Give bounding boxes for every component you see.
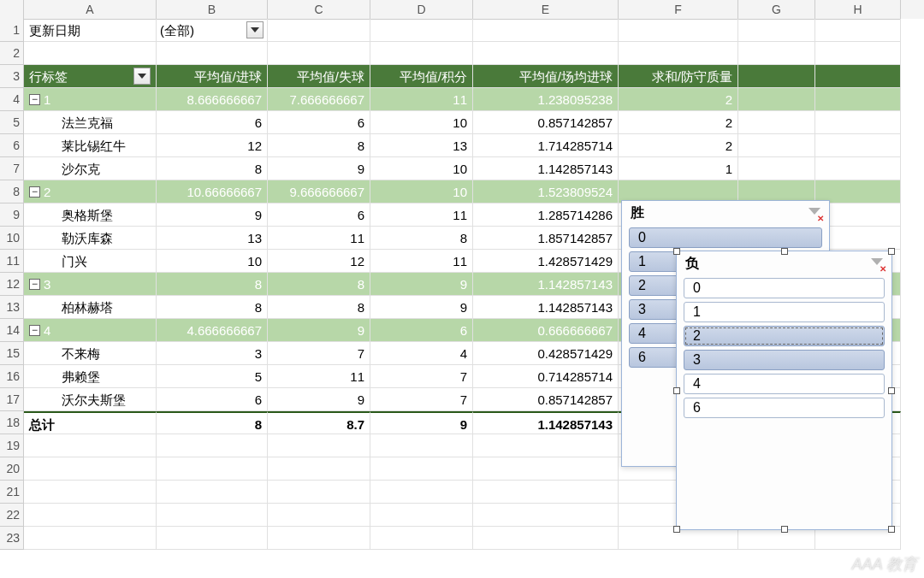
cell[interactable] bbox=[473, 481, 619, 504]
value-cell[interactable]: 1.142857143 bbox=[473, 296, 619, 319]
cell[interactable] bbox=[738, 19, 815, 42]
row-header[interactable]: 2 bbox=[0, 42, 24, 65]
value-cell[interactable]: 4 bbox=[370, 342, 473, 365]
cell[interactable] bbox=[268, 504, 370, 527]
slicer-item[interactable]: 6 bbox=[684, 398, 885, 418]
collapse-toggle[interactable]: − bbox=[29, 325, 40, 336]
value-cell[interactable]: 1.523809524 bbox=[473, 180, 619, 203]
slicer-item[interactable]: 2 bbox=[684, 326, 885, 346]
row-header[interactable]: 19 bbox=[0, 434, 24, 457]
row-header[interactable]: 10 bbox=[0, 227, 24, 250]
value-cell[interactable]: 10 bbox=[370, 111, 473, 134]
cell[interactable] bbox=[157, 504, 268, 527]
col-B[interactable]: B bbox=[157, 0, 268, 20]
filter-value-cell[interactable]: (全部) bbox=[157, 19, 268, 42]
row-label[interactable]: 奥格斯堡 bbox=[24, 203, 157, 227]
row-labels-header[interactable]: 行标签 bbox=[24, 65, 157, 88]
value-cell[interactable]: 9 bbox=[268, 157, 370, 180]
row-header[interactable]: 6 bbox=[0, 134, 24, 157]
cell[interactable] bbox=[268, 42, 370, 65]
row-header[interactable]: 7 bbox=[0, 157, 24, 180]
row-label[interactable]: 柏林赫塔 bbox=[24, 296, 157, 319]
value-cell[interactable]: 9 bbox=[268, 388, 370, 411]
cell[interactable] bbox=[619, 19, 738, 42]
value-cell[interactable]: 8 bbox=[268, 273, 370, 296]
cell[interactable] bbox=[268, 434, 370, 457]
grand-total-value[interactable]: 1.142857143 bbox=[473, 411, 619, 434]
value-cell[interactable]: 10 bbox=[157, 250, 268, 273]
collapse-toggle[interactable]: − bbox=[29, 279, 40, 290]
slicer-item[interactable]: 0 bbox=[684, 278, 885, 298]
value-cell[interactable]: 5 bbox=[157, 365, 268, 388]
cell[interactable] bbox=[370, 42, 473, 65]
row-labels-dropdown-button[interactable] bbox=[133, 68, 151, 85]
row-label[interactable]: 莱比锡红牛 bbox=[24, 134, 157, 157]
value-cell[interactable]: 7 bbox=[370, 365, 473, 388]
value-cell[interactable]: 1.142857143 bbox=[473, 273, 619, 296]
value-cell[interactable]: 8 bbox=[157, 273, 268, 296]
col-E[interactable]: E bbox=[473, 0, 619, 20]
row-label[interactable]: 门兴 bbox=[24, 250, 157, 273]
cell[interactable] bbox=[738, 65, 815, 88]
grand-total-value[interactable]: 8.7 bbox=[268, 411, 370, 434]
value-cell[interactable]: 8 bbox=[157, 296, 268, 319]
value-cell[interactable]: 11 bbox=[370, 203, 473, 227]
clear-filter-icon[interactable] bbox=[807, 206, 822, 221]
col-G[interactable]: G bbox=[738, 0, 815, 20]
value-cell[interactable]: 12 bbox=[268, 250, 370, 273]
value-cell[interactable]: 1 bbox=[619, 157, 738, 180]
cell[interactable] bbox=[24, 527, 157, 550]
row-header[interactable]: 22 bbox=[0, 504, 24, 527]
cell[interactable] bbox=[473, 457, 619, 481]
row-header[interactable]: 23 bbox=[0, 527, 24, 550]
row-label[interactable]: 法兰克福 bbox=[24, 111, 157, 134]
measure-header[interactable]: 平均值/积分 bbox=[370, 65, 473, 88]
value-cell[interactable]: 6 bbox=[268, 111, 370, 134]
row-header[interactable]: 14 bbox=[0, 319, 24, 342]
cell[interactable] bbox=[370, 457, 473, 481]
row-header[interactable]: 13 bbox=[0, 296, 24, 319]
value-cell[interactable]: 0.666666667 bbox=[473, 319, 619, 342]
row-header[interactable]: 1 bbox=[0, 19, 24, 42]
slicer-item[interactable]: 1 bbox=[684, 302, 885, 322]
cell[interactable] bbox=[815, 65, 901, 88]
value-cell[interactable]: 1.714285714 bbox=[473, 134, 619, 157]
value-cell[interactable]: 13 bbox=[157, 227, 268, 250]
cell[interactable] bbox=[268, 19, 370, 42]
cell[interactable] bbox=[473, 42, 619, 65]
cell[interactable] bbox=[738, 527, 815, 550]
cell[interactable] bbox=[370, 527, 473, 550]
group-label[interactable]: −4 bbox=[24, 319, 157, 342]
value-cell[interactable]: 3 bbox=[157, 342, 268, 365]
value-cell[interactable]: 0.857142857 bbox=[473, 388, 619, 411]
cell[interactable] bbox=[619, 42, 738, 65]
group-label[interactable]: −3 bbox=[24, 273, 157, 296]
cell[interactable] bbox=[738, 111, 815, 134]
row-label[interactable]: 弗赖堡 bbox=[24, 365, 157, 388]
value-cell[interactable]: 10.66666667 bbox=[157, 180, 268, 203]
value-cell[interactable]: 11 bbox=[370, 250, 473, 273]
cell[interactable] bbox=[268, 481, 370, 504]
value-cell[interactable]: 11 bbox=[268, 365, 370, 388]
value-cell[interactable]: 7 bbox=[268, 342, 370, 365]
col-A[interactable]: A bbox=[24, 0, 157, 20]
cell[interactable] bbox=[815, 42, 901, 65]
value-cell[interactable]: 11 bbox=[370, 88, 473, 111]
row-header[interactable]: 4 bbox=[0, 88, 24, 111]
value-cell[interactable]: 9 bbox=[370, 296, 473, 319]
value-cell[interactable]: 11 bbox=[268, 227, 370, 250]
cell[interactable] bbox=[815, 111, 901, 134]
grand-total-value[interactable]: 8 bbox=[157, 411, 268, 434]
cell[interactable] bbox=[157, 527, 268, 550]
clear-filter-icon[interactable] bbox=[869, 257, 885, 272]
cell[interactable] bbox=[157, 434, 268, 457]
value-cell[interactable]: 1.142857143 bbox=[473, 157, 619, 180]
grand-total-value[interactable]: 9 bbox=[370, 411, 473, 434]
row-header[interactable]: 11 bbox=[0, 250, 24, 273]
slicer-item[interactable]: 3 bbox=[684, 350, 885, 370]
row-label[interactable]: 不来梅 bbox=[24, 342, 157, 365]
cell[interactable] bbox=[815, 157, 901, 180]
value-cell[interactable]: 7 bbox=[370, 388, 473, 411]
cell[interactable] bbox=[473, 434, 619, 457]
cell[interactable] bbox=[473, 19, 619, 42]
